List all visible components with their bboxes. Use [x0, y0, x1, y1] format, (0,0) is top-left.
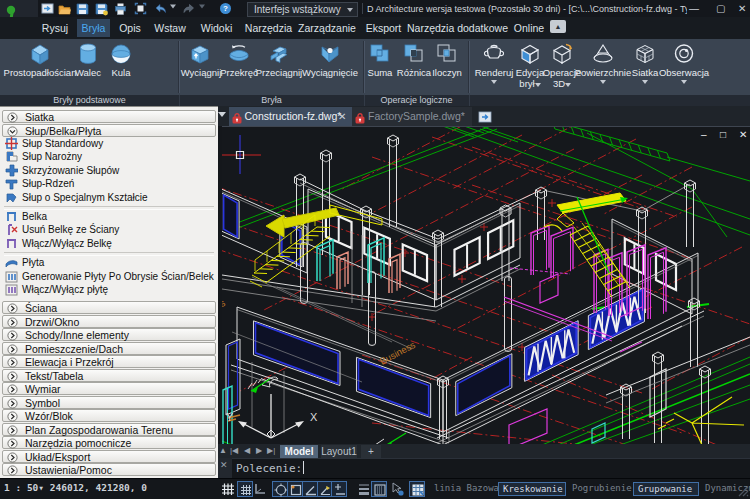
palette-item-generowanie-płyty-po-obrysie-ścian-belek[interactable]: Generowanie Płyty Po Obrysie Ścian/Belek: [2, 270, 216, 283]
layout-tab-layout1[interactable]: Layout1: [321, 445, 357, 458]
palette-section-tekst-tabela[interactable]: Tekst/Tabela: [2, 369, 216, 382]
palette-item-słup-standardowy[interactable]: Słup Standardowy: [2, 137, 216, 150]
palette-item-słup-rdzeń[interactable]: Słup-Rdzeń: [2, 177, 216, 190]
ribbon-tab-rysuj[interactable]: Rysuj: [38, 19, 72, 37]
palette-section-ściana[interactable]: Ściana: [2, 301, 216, 314]
status-toggle-linia-bazowa[interactable]: linia Bazowa: [430, 482, 496, 496]
ribbon-tab-wstaw[interactable]: Wstaw: [148, 19, 192, 37]
redo-icon[interactable]: [182, 2, 195, 15]
print-icon[interactable]: [114, 2, 127, 15]
save-icon[interactable]: [76, 2, 89, 15]
new-file-icon[interactable]: [41, 2, 54, 15]
chevron-down-icon: [600, 80, 606, 84]
ribbon-button-wyci-gni-cie[interactable]: Wyciągnięcie: [296, 41, 363, 78]
palette-section-pomieszczenie-dach[interactable]: Pomieszczenie/Dach: [2, 342, 216, 355]
next-layout-button[interactable]: ▶: [256, 446, 262, 456]
ribbon-button-obserwacja[interactable]: Obserwacja: [655, 41, 713, 84]
undo-icon[interactable]: [154, 2, 167, 15]
palette-section-elewacja-i-przekrój[interactable]: Elewacja i Przekrój: [2, 355, 216, 368]
palette-item-skrzyżowanie-słupów[interactable]: Skrzyżowanie Słupów: [2, 164, 216, 177]
palette-item-płyta[interactable]: Płyta: [2, 256, 216, 269]
palette-item-belka[interactable]: Belka: [2, 210, 216, 223]
viewport-restore-button[interactable]: □: [720, 129, 726, 140]
ortho-icon[interactable]: [252, 481, 268, 497]
document-tab-bar: Construction-fz.dwg*✕FactorySample.dwg*: [218, 106, 750, 126]
window-minimize-button[interactable]: —: [689, 4, 699, 14]
palette-label: Słup Narożny: [22, 150, 82, 163]
palette-item-słup-narożny[interactable]: Słup Narożny: [2, 150, 216, 163]
layout-tab-model[interactable]: Model: [280, 445, 318, 458]
help-icon[interactable]: ?: [219, 2, 232, 15]
palette-section-drzwi-okno[interactable]: Drzwi/Okno: [2, 315, 216, 328]
snap-grid-icon[interactable]: [237, 481, 253, 497]
polar-icon[interactable]: [302, 481, 318, 497]
status-toggle-grupowanie[interactable]: Grupowanie: [633, 482, 699, 496]
palette-section-symbol[interactable]: Symbol: [2, 396, 216, 409]
plot-preview-icon[interactable]: [134, 2, 147, 15]
redo-dropdown-icon[interactable]: [198, 2, 211, 15]
document-tab-2[interactable]: FactorySample.dwg*: [352, 107, 472, 126]
palette-section-słup-belka-płyta[interactable]: Słup/Belka/Płyta: [2, 124, 216, 137]
window-close-button[interactable]: ✕: [738, 4, 746, 14]
palette-section-wymiar[interactable]: Wymiar: [2, 382, 216, 395]
palette-section-siatka[interactable]: Siatka: [2, 110, 216, 123]
document-tab-1[interactable]: Construction-fz.dwg*✕: [229, 107, 352, 126]
ribbon-tab-narz-dzia-dodatkowe[interactable]: Narzędzia dodatkowe: [407, 19, 503, 37]
ribbon-button-kula[interactable]: Kula: [102, 41, 140, 78]
ribbon-collapse-button[interactable]: ▲: [550, 20, 566, 33]
palette-item-włącz-wyłącz-płytę[interactable]: Włącz/Wyłącz płytę: [2, 283, 216, 296]
command-close-icon[interactable]: ✕: [220, 460, 230, 470]
table-icon[interactable]: [409, 481, 425, 497]
new-drawing-button[interactable]: [478, 110, 493, 123]
grid-icon[interactable]: [220, 481, 236, 497]
ribbon-tab-eksport[interactable]: Eksport: [360, 19, 407, 37]
osnap-icon[interactable]: [272, 481, 288, 497]
palette-section-ustawienia-pomoc[interactable]: Ustawienia/Pomoc: [2, 463, 216, 476]
ribbon-tab-widoki[interactable]: Widoki: [194, 19, 239, 37]
ribbon-group-strip: Bryły podstawoweBryłaOperacje logiczne: [0, 95, 750, 106]
palette-section-schody-inne-elementy[interactable]: Schody/Inne elementy: [2, 328, 216, 341]
ribbon-tab-narz-dzia[interactable]: Narzędzia: [239, 19, 298, 37]
window-maximize-button[interactable]: ▢: [716, 4, 725, 14]
drawing-canvas[interactable]: BusinessBusinessXY – □ ✕: [222, 126, 750, 445]
palette-section-plan-zagospodarowania-terenu[interactable]: Plan Zagospodarowania Terenu: [2, 423, 216, 436]
palette-label: Belka: [22, 210, 47, 223]
object-snap-icon[interactable]: [287, 481, 303, 497]
palette-label: Słup/Belka/Płyta: [25, 125, 101, 138]
prev-layout-button[interactable]: ◀: [244, 446, 250, 456]
document-tab-menu-button[interactable]: [218, 112, 226, 117]
palette-section-wzór-blok[interactable]: Wzór/Blok: [2, 409, 216, 422]
palette-item-włącz-wyłącz-belkę[interactable]: Włącz/Wyłącz Belkę: [2, 237, 216, 250]
ui-mode-dropdown[interactable]: Interfejs wstążkowy: [247, 2, 358, 17]
ribbon-tab-opis[interactable]: Opis: [112, 19, 148, 37]
viewport-close-button[interactable]: ✕: [739, 129, 747, 140]
resize-grip[interactable]: [738, 486, 749, 497]
status-toggle-pogrubienie[interactable]: Pogrubienie: [568, 482, 630, 496]
save-as-icon[interactable]: [95, 2, 108, 15]
palette-item-usuń-belkę-ze-ściany[interactable]: Usuń Belkę ze Ściany: [2, 223, 216, 236]
ribbon-tab-online[interactable]: Online: [508, 19, 550, 37]
tool-palette: SiatkaSłup/Belka/PłytaSłup StandardowySł…: [0, 106, 218, 478]
add-layout-button[interactable]: +: [361, 445, 381, 458]
first-layout-button[interactable]: |◀: [230, 446, 238, 456]
undo-dropdown-icon[interactable]: [169, 2, 182, 15]
ribbon-tab-bry-a[interactable]: Bryła: [77, 19, 110, 37]
viewport-minimize-button[interactable]: –: [701, 129, 707, 140]
last-layout-button[interactable]: ▶|: [267, 446, 275, 456]
tab-close-icon[interactable]: ✕: [338, 107, 346, 126]
transparency-icon[interactable]: [371, 481, 387, 497]
palette-section-układ-eksport[interactable]: Układ/Eksport: [2, 450, 216, 463]
collapse-command-button[interactable]: ▲: [219, 446, 227, 456]
status-toggle-kreskowanie[interactable]: Kreskowanie: [498, 482, 566, 496]
beam-icon: [5, 210, 19, 223]
cursor-badge-icon[interactable]: [389, 481, 405, 497]
dynamic-ucs-icon[interactable]: [331, 481, 347, 497]
ribbon-button-iloczyn[interactable]: Iloczyn: [426, 41, 468, 78]
open-folder-icon[interactable]: [58, 2, 71, 15]
palette-section-narzędzia-pomocnicze[interactable]: Narzędzia pomocnicze: [2, 436, 216, 449]
lineweight-icon[interactable]: [356, 481, 372, 497]
ribbon-tab-zarz-dzanie[interactable]: Zarządzanie: [296, 19, 358, 37]
palette-item-słup-o-specjalnym-kształcie[interactable]: Słup o Specjalnym Kształcie: [2, 191, 216, 204]
palette-label: Ściana: [25, 302, 57, 315]
chevron-down-icon: [681, 80, 687, 84]
